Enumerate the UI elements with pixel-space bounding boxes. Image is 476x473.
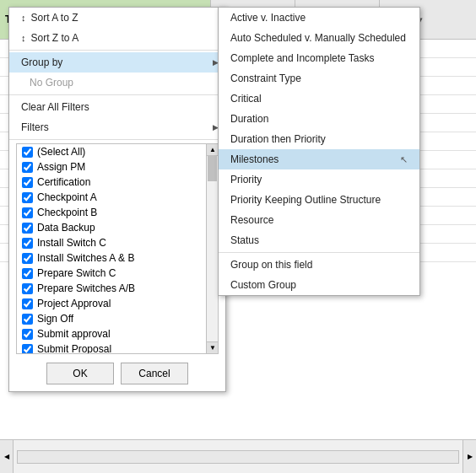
checklist-select-all[interactable]: (Select All): [17, 144, 206, 159]
checklist-assign-pm[interactable]: Assign PM: [17, 159, 206, 175]
submenu-duration-priority[interactable]: Duration then Priority: [219, 129, 419, 149]
checklist-submit-proposal[interactable]: Submit Proposal: [17, 341, 206, 353]
ok-button[interactable]: OK: [46, 363, 114, 384]
popup-buttons: OK Cancel: [9, 357, 225, 391]
submenu-label: Resource: [230, 214, 273, 226]
checkbox-sign-off[interactable]: [22, 314, 33, 325]
submenu-divider: [219, 252, 419, 253]
filter-popup: ↕ Sort A to Z ↕ Sort Z to A Group by No …: [8, 7, 226, 392]
sort-az-icon: ↕: [21, 13, 26, 23]
checkbox-install-switch-c[interactable]: [22, 238, 33, 249]
checkbox-select-all[interactable]: [22, 147, 33, 158]
scroll-left-button[interactable]: ◀: [0, 440, 14, 473]
submenu-resource[interactable]: Resource: [219, 210, 419, 230]
checklist-prepare-switch-c[interactable]: Prepare Switch C: [17, 266, 206, 281]
checklist-sign-off[interactable]: Sign Off: [17, 311, 206, 326]
no-group-label: No Group: [30, 77, 73, 89]
checklist-project-approval[interactable]: Project Approval: [17, 296, 206, 311]
sort-za-label: Sort Z to A: [31, 32, 79, 44]
submenu-milestones[interactable]: Milestones ↖: [219, 149, 419, 169]
checklist-submit-approval[interactable]: Submit approval: [17, 326, 206, 341]
checklist-label: Checkpoint A: [37, 191, 97, 203]
checkbox-checkpoint-a[interactable]: [22, 192, 33, 203]
divider-1: [9, 50, 225, 51]
scroll-right-button[interactable]: ▶: [462, 440, 476, 473]
sort-az-item[interactable]: ↕ Sort A to Z: [9, 8, 225, 28]
clear-filters-label: Clear All Filters: [21, 101, 89, 113]
checkbox-data-backup[interactable]: [22, 223, 33, 234]
checklist-label: Install Switches A & B: [37, 252, 134, 264]
checklist-certification[interactable]: Certification: [17, 175, 206, 190]
clear-filters-item[interactable]: Clear All Filters: [9, 97, 225, 117]
divider-2: [9, 94, 225, 95]
checklist-prepare-switches-ab[interactable]: Prepare Switches A/B: [17, 281, 206, 296]
submenu-label: Complete and Incomplete Tasks: [230, 52, 375, 64]
submenu-label: Status: [230, 234, 259, 246]
checkbox-project-approval[interactable]: [22, 298, 33, 309]
divider-3: [9, 139, 225, 140]
submenu-active-inactive[interactable]: Active v. Inactive: [219, 8, 419, 28]
submenu-priority-outline[interactable]: Priority Keeping Outline Structure: [219, 190, 419, 210]
checklist-label: Install Switch C: [37, 237, 106, 249]
checklist-label: Sign Off: [37, 313, 73, 325]
cursor-indicator: ↖: [400, 154, 408, 165]
checklist-label: (Select All): [37, 146, 85, 158]
checklist-label: Submit Proposal: [37, 343, 111, 353]
sort-az-label: Sort A to Z: [31, 12, 78, 24]
submenu-label: Duration: [230, 113, 268, 125]
checklist-install-switch-c[interactable]: Install Switch C: [17, 235, 206, 250]
checklist-container: (Select All) Assign PM Certification Che…: [16, 143, 219, 354]
checklist-scroll-up[interactable]: ▲: [207, 144, 219, 156]
submenu-constraint-type[interactable]: Constraint Type: [219, 68, 419, 89]
submenu-label: Priority: [230, 174, 262, 185]
checklist-checkpoint-a[interactable]: Checkpoint A: [17, 190, 206, 205]
sort-za-item[interactable]: ↕ Sort Z to A: [9, 28, 225, 48]
submenu-label: Priority Keeping Outline Structure: [230, 194, 381, 206]
checkbox-prepare-switches-ab[interactable]: [22, 283, 33, 294]
checkbox-prepare-switch-c[interactable]: [22, 268, 33, 279]
checklist-label: Project Approval: [37, 298, 111, 309]
checklist-checkpoint-b[interactable]: Checkpoint B: [17, 205, 206, 220]
checklist-label: Certification: [37, 176, 90, 188]
filters-item[interactable]: Filters: [9, 117, 225, 137]
checkbox-submit-approval[interactable]: [22, 329, 33, 340]
checklist-scrollbar[interactable]: ▲ ▼: [206, 144, 218, 353]
submenu-custom-group[interactable]: Custom Group: [219, 275, 419, 295]
checklist-scroll-area[interactable]: (Select All) Assign PM Certification Che…: [17, 144, 206, 353]
checklist-scroll-down[interactable]: ▼: [207, 341, 219, 353]
submenu-auto-manual[interactable]: Auto Scheduled v. Manually Scheduled: [219, 28, 419, 48]
submenu-status[interactable]: Status: [219, 230, 419, 250]
submenu-label: Auto Scheduled v. Manually Scheduled: [230, 32, 406, 44]
submenu-complete-incomplete[interactable]: Complete and Incomplete Tasks: [219, 48, 419, 68]
checklist-label: Assign PM: [37, 161, 85, 173]
submenu-critical[interactable]: Critical: [219, 89, 419, 109]
submenu-label: Duration then Priority: [230, 133, 326, 145]
sort-za-icon: ↕: [21, 33, 26, 43]
checklist-data-backup[interactable]: Data Backup: [17, 220, 206, 235]
submenu-priority[interactable]: Priority: [219, 169, 419, 190]
cancel-button[interactable]: Cancel: [121, 363, 188, 384]
submenu-label: Constraint Type: [230, 73, 301, 84]
group-by-item[interactable]: Group by: [9, 52, 225, 73]
checkbox-checkpoint-b[interactable]: [22, 207, 33, 218]
submenu-label: Critical: [230, 93, 262, 105]
submenu-milestones-label: Milestones: [230, 153, 279, 165]
checklist-label: Prepare Switch C: [37, 267, 116, 279]
no-group-item: No Group: [9, 73, 225, 93]
filters-label: Filters: [21, 121, 49, 133]
checkbox-assign-pm[interactable]: [22, 162, 33, 173]
submenu-group-on-field[interactable]: Group on this field: [219, 255, 419, 275]
checklist-label: Prepare Switches A/B: [37, 282, 135, 294]
group-by-label: Group by: [21, 56, 62, 68]
scroll-thumb: [208, 156, 217, 181]
checkbox-install-switches-ab[interactable]: [22, 253, 33, 264]
horizontal-scrollbar[interactable]: [17, 450, 459, 464]
checkbox-submit-proposal[interactable]: [22, 344, 33, 354]
submenu-duration[interactable]: Duration: [219, 109, 419, 129]
checkbox-certification[interactable]: [22, 177, 33, 188]
checklist-label: Checkpoint B: [37, 207, 97, 218]
checklist-label: Submit approval: [37, 328, 111, 340]
checklist-install-switches-ab[interactable]: Install Switches A & B: [17, 250, 206, 266]
bottom-scrollbar: ◀ ▶: [0, 439, 476, 473]
submenu-label: Active v. Inactive: [230, 12, 306, 24]
